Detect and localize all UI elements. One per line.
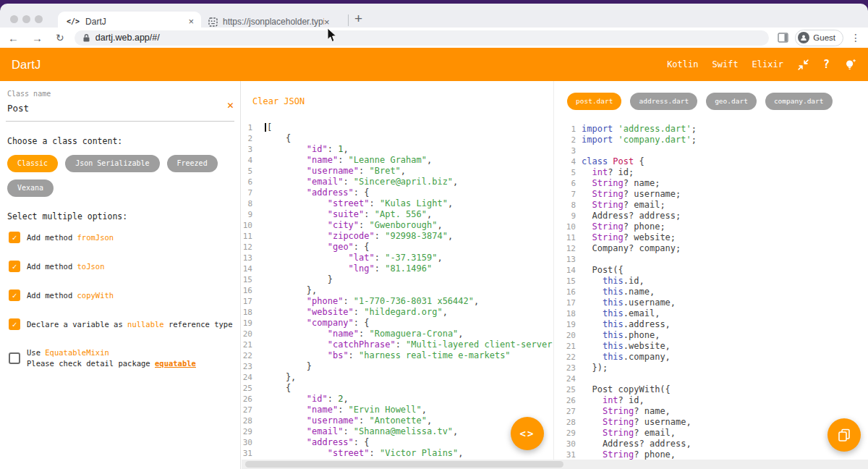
checkbox-checked-icon[interactable]: ✓ <box>9 261 20 272</box>
tab-address-dart[interactable]: address.dart <box>630 93 697 110</box>
option-add-fromjson[interactable]: ✓ Add method fromJson <box>7 232 233 243</box>
tab-separator <box>348 14 349 26</box>
code-line[interactable]: 22 "bs": "harness real-time e-markets" <box>241 350 553 361</box>
code-line[interactable]: 14 "lng": "81.1496" <box>241 263 553 274</box>
json-code[interactable]: 1[2 {3 "id": 1,4 "name": "Leanne Graham"… <box>241 122 553 459</box>
code-line: 2import 'company.dart'; <box>554 135 868 145</box>
checkbox-unchecked-icon[interactable] <box>9 352 20 364</box>
equatable-package-link[interactable]: equatable <box>155 359 196 368</box>
nav-link-kotlin[interactable]: Kotlin <box>667 59 698 69</box>
line-number: 11 <box>554 232 576 243</box>
line-number: 22 <box>241 350 252 361</box>
content-option-classic[interactable]: Classic <box>7 155 58 172</box>
option-label: Declare a variable as nullable reference… <box>27 319 232 330</box>
content-option-freezed[interactable]: Freezed <box>167 155 218 172</box>
new-tab-button[interactable]: + <box>354 11 362 27</box>
nav-link-swift[interactable]: Swift <box>712 59 738 69</box>
line-number: 26 <box>241 394 252 405</box>
side-panel-icon[interactable] <box>778 33 788 43</box>
line-number: 20 <box>241 329 252 339</box>
checkbox-checked-icon[interactable]: ✓ <box>9 232 20 243</box>
code-line[interactable]: 31 "street": "Victor Plains", <box>241 448 553 459</box>
copy-code-fab[interactable] <box>827 418 861 452</box>
line-number: 5 <box>241 166 252 177</box>
code-line[interactable]: 20 "name": "Romaguera-Crona", <box>241 329 553 339</box>
code-line[interactable]: 29 "email": "Shanna@melissa.tv", <box>241 426 553 437</box>
code-line: 27 String? name, <box>554 406 868 417</box>
window-zoom-button[interactable] <box>35 15 43 23</box>
url-text[interactable]: dartj.web.app/#/ <box>95 33 160 43</box>
json-editor-panel[interactable]: Clear JSON 1[2 {3 "id": 1,4 "name": "Lea… <box>241 81 554 469</box>
code-line: 12 Company? company; <box>554 243 868 254</box>
code-line[interactable]: 23 } <box>241 361 553 372</box>
line-number: 12 <box>241 242 252 253</box>
tab-close-icon[interactable]: × <box>324 17 330 27</box>
code-line[interactable]: 18 "website": "hildegard.org", <box>241 307 553 318</box>
code-line[interactable]: 25 { <box>241 383 553 394</box>
option-equatable-mixin[interactable]: Use EquatableMixin Please check detail p… <box>7 347 233 369</box>
browser-tab-bar: </> DartJ × https://jsonplaceholder.typi… <box>0 4 868 28</box>
window-close-button[interactable] <box>10 15 18 23</box>
code-line[interactable]: 6 "email": "Sincere@april.biz", <box>241 177 553 187</box>
code-line[interactable]: 9 "suite": "Apt. 556", <box>241 209 553 220</box>
help-icon[interactable]: ? <box>823 58 830 71</box>
line-number: 16 <box>554 287 576 297</box>
lightbulb-theme-icon[interactable] <box>843 58 857 72</box>
profile-chip[interactable]: Guest <box>795 30 843 46</box>
tab-company-dart[interactable]: company.dart <box>765 93 833 110</box>
back-icon[interactable]: ← <box>8 33 19 43</box>
scrollbar-thumb[interactable] <box>245 461 563 468</box>
tab-geo-dart[interactable]: geo.dart <box>706 93 757 110</box>
code-line: 14 Post({ <box>554 265 868 276</box>
address-bar[interactable]: dartj.web.app/#/ <box>75 30 770 46</box>
convert-code-fab[interactable]: <> <box>511 417 544 450</box>
checkbox-checked-icon[interactable]: ✓ <box>9 318 20 330</box>
checkbox-checked-icon[interactable]: ✓ <box>9 290 20 301</box>
class-content-options: Classic Json Serializable Freezed Vexana <box>7 155 224 197</box>
code-line[interactable]: 27 "name": "Ervin Howell", <box>241 405 553 415</box>
collapse-icon[interactable] <box>797 59 809 71</box>
code-line[interactable]: 7 "address": { <box>241 187 553 198</box>
code-line[interactable]: 16 }, <box>241 285 553 296</box>
code-line[interactable]: 1[ <box>241 122 553 133</box>
code-line[interactable]: 19 "company": { <box>241 318 553 329</box>
nav-link-elixir[interactable]: Elixir <box>752 59 783 69</box>
code-line[interactable]: 26 "id": 2, <box>241 394 553 405</box>
code-line[interactable]: 28 "username": "Antonette", <box>241 415 553 426</box>
code-line[interactable]: 3 "id": 1, <box>241 144 553 155</box>
line-number: 30 <box>241 437 252 448</box>
tab-close-icon[interactable]: × <box>188 17 194 26</box>
forward-icon[interactable]: → <box>32 33 43 43</box>
code-line[interactable]: 24 }, <box>241 372 553 383</box>
option-add-tojson[interactable]: ✓ Add method toJson <box>7 261 233 272</box>
clear-class-name-icon[interactable]: ✕ <box>227 100 234 111</box>
code-line: 15 this.id, <box>554 276 868 287</box>
code-line[interactable]: 15 } <box>241 274 553 285</box>
code-line[interactable]: 30 "address": { <box>241 437 553 448</box>
tab-post-dart[interactable]: post.dart <box>567 93 621 110</box>
code-line[interactable]: 8 "street": "Kulas Light", <box>241 198 553 209</box>
code-line[interactable]: 10 "city": "Gwenborough", <box>241 220 553 231</box>
content-option-json-serializable[interactable]: Json Serializable <box>65 155 159 172</box>
line-number: 4 <box>241 155 252 166</box>
code-line[interactable]: 4 "name": "Leanne Graham", <box>241 155 553 166</box>
code-line[interactable]: 13 "lat": "-37.3159", <box>241 253 553 263</box>
window-minimize-button[interactable] <box>22 15 30 23</box>
code-line[interactable]: 12 "geo": { <box>241 242 553 253</box>
class-name-input[interactable]: Post <box>7 103 233 114</box>
code-line[interactable]: 17 "phone": "1-770-736-8031 x56442", <box>241 296 553 307</box>
code-line: 19 this.address, <box>554 319 868 330</box>
code-line[interactable]: 21 "catchPhrase": "Multi-layered client-… <box>241 339 553 350</box>
code-line[interactable]: 5 "username": "Bret", <box>241 166 553 177</box>
reload-icon[interactable]: ↻ <box>56 33 64 43</box>
clear-json-button[interactable]: Clear JSON <box>252 96 305 106</box>
line-number: 3 <box>554 145 576 156</box>
code-line[interactable]: 2 { <box>241 133 553 144</box>
browser-menu-icon[interactable]: ⋮ <box>851 32 861 43</box>
option-nullable[interactable]: ✓ Declare a variable as nullable referen… <box>7 318 233 330</box>
content-option-vexana[interactable]: Vexana <box>7 179 54 197</box>
line-number: 1 <box>241 122 252 133</box>
line-number: 27 <box>241 405 252 415</box>
option-add-copywith[interactable]: ✓ Add method copyWith <box>7 290 233 301</box>
code-line[interactable]: 11 "zipcode": "92998-3874", <box>241 231 553 242</box>
